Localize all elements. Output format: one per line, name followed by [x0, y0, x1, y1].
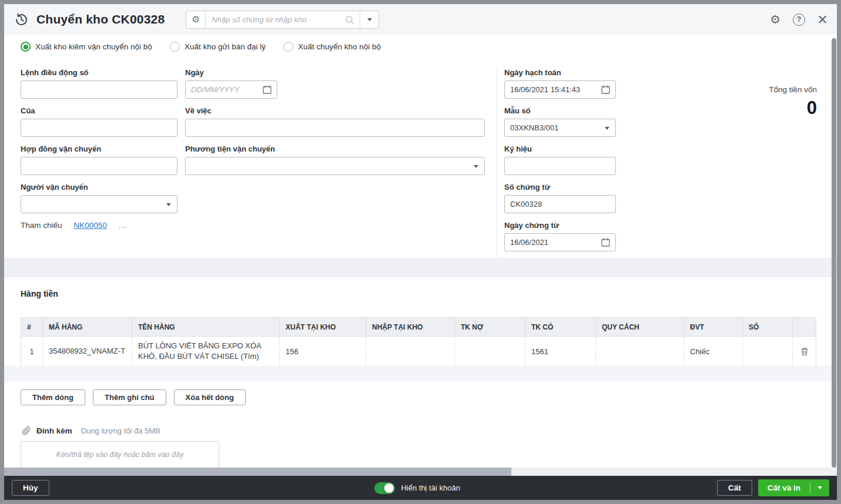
cell-so[interactable] — [743, 337, 793, 367]
calendar-icon[interactable] — [601, 85, 611, 95]
col-dvt[interactable]: ĐVT — [684, 318, 743, 337]
save-print-dropdown[interactable] — [810, 486, 829, 489]
radio-xuat-kho-kiem-van-chuyen[interactable]: Xuất kho kiêm vận chuyển nội bộ — [21, 42, 152, 52]
add-note-button[interactable]: Thêm ghi chú — [93, 389, 166, 405]
horizontal-scrollbar-track[interactable] — [4, 468, 837, 476]
cell-tk-no[interactable] — [455, 337, 525, 367]
radio-xuat-kho-gui-ban-dai-ly[interactable]: Xuất kho gửi bán đại lý — [170, 42, 266, 52]
save-and-print-button[interactable]: Cất và In — [758, 479, 829, 496]
table-row[interactable]: 1 354808932_VNAMZ-T BÚT LÔNG VIẾT BẢNG E… — [21, 337, 816, 367]
cell-nhap-tai-kho[interactable] — [366, 337, 455, 367]
table-footer-strip — [4, 366, 837, 382]
table-buttons: Thêm dòng Thêm ghi chú Xóa hết dòng — [21, 389, 246, 405]
cell-ten-hang[interactable]: BÚT LÔNG VIẾT BẢNG EXPO XÓA KHÔ, ĐẦU BÚT… — [132, 337, 280, 367]
col-ma-hang[interactable]: MÃ HÀNG — [43, 318, 132, 337]
form-divider — [497, 67, 497, 266]
search-icon[interactable] — [345, 15, 355, 25]
show-accounts-toggle[interactable] — [374, 482, 394, 494]
col-quy-cach[interactable]: QUY CÁCH — [596, 318, 684, 337]
form-body: Xuất kho kiêm vận chuyển nội bộ Xuất kho… — [4, 35, 837, 468]
search-settings-button[interactable]: ⚙ — [186, 11, 206, 28]
ve-viec-input[interactable] — [185, 119, 485, 137]
settings-icon[interactable]: ⚙ — [770, 12, 780, 26]
cell-ma-hang[interactable]: 354808932_VNAMZ-T — [43, 337, 132, 367]
ngay-date-input[interactable] — [185, 80, 277, 99]
section-separator — [4, 258, 837, 277]
items-section-title: Hàng tiền — [21, 289, 58, 298]
vertical-scrollbar[interactable] — [832, 38, 836, 468]
col-nhap-tai-kho[interactable]: NHẬP TẠI KHO — [366, 318, 455, 337]
footer-actions: Cất Cất và In — [717, 479, 829, 496]
field-mau-so: Mẫu số 03XKNB3/001 — [504, 106, 616, 137]
attachment-size-hint: Dung lượng tối đa 5MB — [81, 426, 160, 435]
delete-all-rows-button[interactable]: Xóa hết dòng — [174, 389, 246, 405]
page-title: Chuyển kho CK00328 — [36, 12, 165, 26]
titlebar-actions: ⚙ ? × — [770, 12, 827, 26]
ky-hieu-input[interactable] — [504, 157, 616, 175]
save-button[interactable]: Cất — [717, 480, 752, 496]
search-dropdown-button[interactable] — [360, 11, 378, 28]
form-column-right: Ngày hạch toán 16/06/2021 15:41:43 Mẫu s… — [504, 68, 616, 259]
chevron-down-icon — [817, 486, 822, 489]
calendar-icon[interactable] — [601, 237, 611, 247]
field-tham-chieu: Tham chiếu NK00050 ... — [21, 221, 177, 230]
history-icon — [14, 12, 29, 28]
document-search-group: ⚙ — [186, 11, 379, 29]
field-phuong-tien-van-chuyen: Phương tiện vận chuyển — [185, 145, 485, 175]
show-accounts-label: Hiển thị tài khoản — [401, 483, 460, 492]
field-cua: Của — [21, 106, 177, 137]
toggle-knob — [384, 483, 393, 493]
tham-chieu-link[interactable]: NK00050 — [74, 221, 107, 230]
chevron-down-icon — [166, 203, 171, 206]
delete-row-button[interactable] — [799, 347, 810, 357]
field-nguoi-van-chuyen: Người vận chuyển — [21, 183, 177, 213]
cua-input[interactable] — [21, 119, 177, 137]
mau-so-select[interactable]: 03XKNB3/001 — [504, 119, 616, 137]
chevron-down-icon — [367, 18, 372, 21]
ngay-hach-toan-date-input[interactable]: 16/06/2021 15:41:43 — [504, 80, 616, 99]
field-so-chung-tu: Số chứng từ — [504, 183, 616, 213]
show-accounts-toggle-group: Hiển thị tài khoản — [374, 482, 460, 494]
col-ten-hang[interactable]: TÊN HÀNG — [132, 318, 280, 337]
cell-dvt[interactable]: Chiếc — [684, 337, 743, 367]
field-lenh-dieu-dong-so: Lệnh điều động số — [21, 68, 177, 99]
col-so[interactable]: SỐ — [743, 318, 793, 337]
cell-xuat-tai-kho[interactable]: 156 — [280, 337, 366, 367]
col-tk-co[interactable]: TK CÓ — [525, 318, 596, 337]
so-chung-tu-input[interactable] — [504, 195, 616, 213]
radio-icon — [283, 42, 293, 52]
ngay-input[interactable] — [191, 81, 272, 98]
col-actions — [793, 318, 816, 337]
col-tk-no[interactable]: TK NỢ — [455, 318, 525, 337]
search-field — [206, 11, 360, 28]
attachment-label: Đính kèm — [36, 426, 72, 435]
paperclip-icon — [21, 425, 31, 436]
cell-tk-co[interactable]: 1561 — [525, 337, 596, 367]
field-hop-dong-van-chuyen: Hợp đồng vận chuyển — [21, 145, 177, 175]
col-index[interactable]: # — [21, 318, 43, 337]
close-icon[interactable]: × — [817, 14, 827, 25]
tham-chieu-more-link[interactable]: ... — [119, 221, 127, 230]
cancel-button[interactable]: Hủy — [12, 480, 49, 496]
calendar-icon[interactable] — [262, 85, 272, 95]
add-row-button[interactable]: Thêm dòng — [21, 389, 85, 405]
lenh-dieu-dong-so-input[interactable] — [21, 80, 177, 99]
field-ngay-hach-toan: Ngày hạch toán 16/06/2021 15:41:43 — [504, 68, 616, 99]
ngay-chung-tu-date-input[interactable]: 16/06/2021 — [504, 233, 616, 251]
hop-dong-van-chuyen-input[interactable] — [21, 157, 177, 175]
cell-index: 1 — [21, 337, 43, 367]
field-ngay-chung-tu: Ngày chứng từ 16/06/2021 — [504, 221, 616, 251]
phuong-tien-van-chuyen-select[interactable] — [185, 157, 485, 175]
file-dropzone[interactable]: Kéo/thả tệp vào đây hoặc bấm vào đây — [21, 441, 219, 468]
transfer-dialog: Chuyển kho CK00328 ⚙ ⚙ ? × Xuất kh — [4, 4, 837, 500]
search-input[interactable] — [206, 11, 360, 28]
help-icon[interactable]: ? — [793, 14, 805, 26]
field-ngay: Ngày — [185, 68, 485, 99]
radio-xuat-chuyen-kho-noi-bo[interactable]: Xuất chuyển kho nội bộ — [283, 42, 381, 52]
cell-quy-cach[interactable] — [596, 337, 684, 367]
col-xuat-tai-kho[interactable]: XUẤT TẠI KHO — [280, 318, 366, 337]
field-ky-hieu: Ký hiệu — [504, 145, 616, 175]
nguoi-van-chuyen-select[interactable] — [21, 195, 177, 213]
horizontal-scrollbar-thumb[interactable] — [4, 468, 511, 476]
chevron-down-icon — [474, 165, 478, 168]
